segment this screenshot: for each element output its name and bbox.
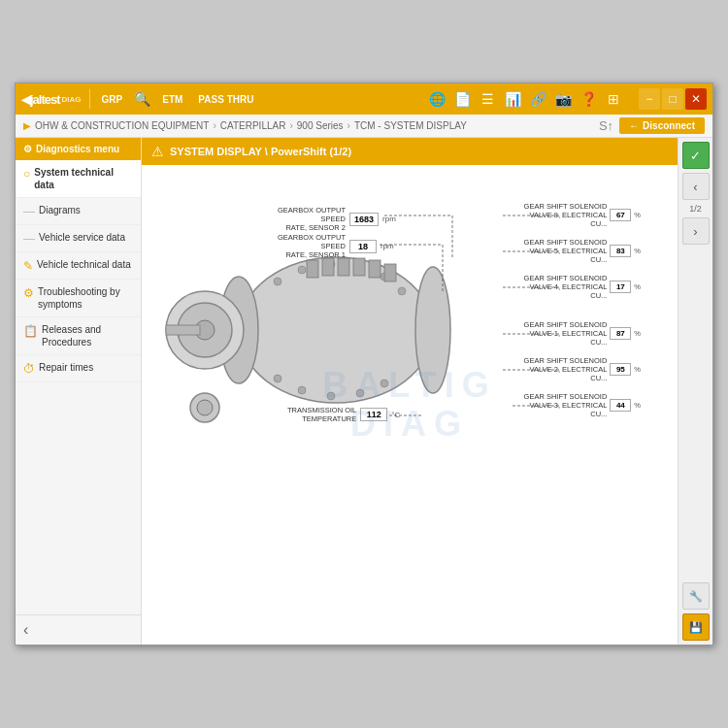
breadcrumb-right: S↑ ← Disconnect — [599, 117, 705, 134]
solenoid-value-6: 44 — [610, 399, 631, 412]
disconnect-button[interactable]: ← Disconnect — [619, 117, 705, 134]
chart-icon[interactable]: 📊 — [503, 91, 522, 107]
breadcrumb: ▶ OHW & CONSTRUCTION EQUIPMENT › CATERPI… — [16, 115, 712, 138]
globe-icon[interactable]: 🌐 — [427, 91, 447, 107]
app-logo: ◀jaltest DIAG — [21, 92, 82, 107]
vehicle-tech-icon: ✎ — [23, 259, 33, 273]
content-header: ⚠ SYSTEM DISPLAY \ PowerShift (1/2) — [142, 138, 678, 165]
releases-icon: 📋 — [23, 324, 38, 338]
sensor-value-speed-1: 18 — [349, 240, 377, 253]
sidebar-item-vehicle-technical[interactable]: ✎ Vehicle technical data — [16, 252, 141, 280]
svg-rect-18 — [307, 260, 318, 278]
breadcrumb-900[interactable]: 900 Series — [297, 120, 344, 131]
back-arrow-icon: ← — [629, 120, 639, 131]
content-area: ⚠ SYSTEM DISPLAY \ PowerShift (1/2) BALT… — [142, 138, 678, 645]
sidebar-item-troubleshooting[interactable]: ⚙ Troubleshooting by symptoms — [16, 280, 141, 317]
system-display-icon: ⚠ — [151, 144, 164, 159]
sep-bc-2: › — [289, 120, 292, 131]
svg-point-2 — [415, 267, 450, 393]
diagnostics-icon: ⚙ — [23, 144, 32, 154]
sidebar-item-releases[interactable]: 📋 Releases and Procedures — [16, 317, 141, 355]
tool-button[interactable]: 🔧 — [682, 582, 710, 610]
sensor-value-speed-2: 1683 — [349, 213, 379, 226]
maximize-button[interactable]: □ — [662, 88, 683, 110]
solenoid-row-2: GEAR SHIFT SOLENOID VALVE 5, ELECTRICAL … — [519, 238, 641, 264]
sensor-gearbox-speed-1: GEARBOX OUTPUT SPEEDRATE, SENSOR 1 18 rp… — [268, 233, 394, 259]
breadcrumb-ohw[interactable]: OHW & CONSTRUCTION EQUIPMENT — [35, 120, 209, 131]
signal-icon: S↑ — [599, 118, 613, 133]
content-body: BALTIGDIAG — [142, 165, 678, 645]
sidebar-item-diagrams[interactable]: — Diagrams — [16, 198, 141, 225]
right-panel-bottom: 🔧 💾 — [682, 582, 710, 641]
svg-rect-19 — [322, 258, 334, 276]
diagrams-icon: — — [23, 205, 35, 218]
minimize-button[interactable]: − — [639, 88, 660, 110]
solenoid-row-6: GEAR SHIFT SOLENOID VALVE 3, ELECTRICAL … — [519, 392, 641, 418]
search-icon[interactable]: 🔍 — [134, 91, 150, 107]
content-title: SYSTEM DISPLAY \ PowerShift (1/2) — [170, 146, 351, 157]
svg-point-25 — [197, 400, 213, 415]
sep-bc-1: › — [213, 120, 215, 131]
grid-icon[interactable]: ⊞ — [604, 91, 623, 107]
system-tech-icon: ○ — [23, 167, 30, 181]
repair-times-icon: ⏱ — [23, 362, 35, 376]
svg-point-16 — [356, 389, 364, 397]
sidebar-item-system-technical-data[interactable]: ○ System technical data — [16, 160, 141, 198]
right-panel: ✓ ‹ 1/2 › 🔧 💾 — [678, 138, 712, 645]
solenoid-row-4: GEAR SHIFT SOLENOID VALVE 1, ELECTRICAL … — [519, 320, 641, 347]
svg-rect-6 — [166, 325, 200, 335]
sensor-transmission-oil: TRANSMISSION OILTEMPERATURE 112 °C — [287, 406, 400, 423]
grp-button[interactable]: GRP — [98, 92, 127, 107]
solenoid-value-2: 83 — [610, 245, 631, 257]
main-layout: ⚙ Diagnostics menu ○ System technical da… — [16, 138, 712, 645]
svg-point-12 — [398, 287, 406, 295]
page-indicator: 1/2 — [689, 204, 702, 214]
svg-point-14 — [298, 386, 306, 394]
svg-point-17 — [381, 380, 388, 387]
sidebar-header: ⚙ Diagnostics menu — [16, 138, 141, 160]
vehicle-service-icon: — — [23, 232, 35, 246]
toolbar: ◀jaltest DIAG GRP 🔍 ETM PASS THRU 🌐 📄 ☰ … — [16, 83, 712, 115]
sensor-value-oil-temp: 112 — [360, 408, 387, 421]
help-icon[interactable]: ❓ — [579, 91, 598, 107]
svg-rect-22 — [369, 260, 381, 278]
breadcrumb-arrow: ▶ — [23, 120, 31, 131]
window-controls: − □ ✕ — [639, 88, 707, 110]
toolbar-icons: 🌐 📄 ☰ 📊 🔗 📷 ❓ ⊞ — [427, 91, 623, 107]
doc-icon[interactable]: 📄 — [452, 91, 472, 107]
close-button[interactable]: ✕ — [685, 88, 707, 110]
breadcrumb-tcm[interactable]: TCM - SYSTEM DISPLAY — [354, 120, 467, 131]
solenoid-row-1: GEAR SHIFT SOLENOID VALVE 8, ELECTRICAL … — [519, 202, 641, 228]
pass-thru-button[interactable]: PASS THRU — [194, 92, 257, 107]
etm-button[interactable]: ETM — [158, 92, 186, 107]
troubleshoot-icon: ⚙ — [23, 286, 34, 300]
save-button[interactable]: 💾 — [682, 613, 710, 641]
svg-rect-21 — [353, 258, 365, 276]
svg-rect-20 — [338, 258, 349, 276]
sidebar-back-button[interactable]: ‹ — [16, 614, 141, 645]
back-button[interactable]: ‹ — [682, 173, 710, 200]
link-icon[interactable]: 🔗 — [528, 91, 547, 107]
sidebar-item-vehicle-service[interactable]: — Vehicle service data — [16, 225, 141, 252]
forward-button[interactable]: › — [682, 217, 710, 245]
svg-point-0 — [239, 257, 433, 403]
sep-bc-3: › — [347, 120, 350, 131]
svg-rect-23 — [384, 264, 396, 281]
solenoid-value-3: 17 — [610, 281, 631, 293]
solenoid-value-5: 95 — [610, 363, 631, 376]
solenoid-value-4: 87 — [610, 327, 631, 340]
svg-point-13 — [274, 375, 281, 382]
diagram-container: BALTIGDIAG — [142, 165, 678, 645]
sidebar-item-repair-times[interactable]: ⏱ Repair times — [16, 355, 141, 382]
camera-icon[interactable]: 📷 — [553, 91, 573, 107]
list-icon[interactable]: ☰ — [478, 91, 497, 107]
svg-point-15 — [327, 392, 335, 400]
svg-point-8 — [298, 266, 306, 274]
breadcrumb-caterpillar[interactable]: CATERPILLAR — [220, 120, 286, 131]
logo-icon: ◀jaltest — [21, 92, 60, 107]
solenoid-row-5: GEAR SHIFT SOLENOID VALVE 2, ELECTRICAL … — [519, 356, 641, 382]
check-button[interactable]: ✓ — [682, 142, 710, 169]
sidebar: ⚙ Diagnostics menu ○ System technical da… — [16, 138, 142, 645]
logo-sub: DIAG — [62, 95, 82, 104]
main-window: ◀jaltest DIAG GRP 🔍 ETM PASS THRU 🌐 📄 ☰ … — [15, 83, 713, 645]
